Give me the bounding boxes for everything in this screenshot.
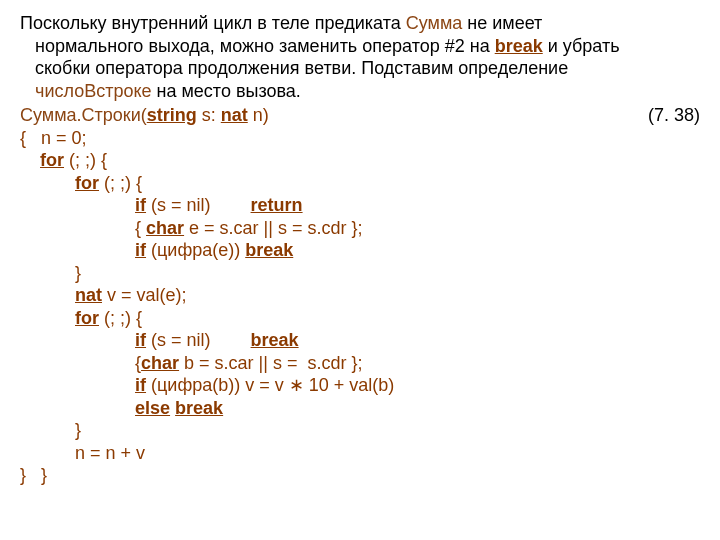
sig-t1: string <box>147 105 197 125</box>
intro-l3: скобки оператора продолжения ветви. Подс… <box>35 58 568 78</box>
sig-t2: nat <box>221 105 248 125</box>
c-l4p <box>20 195 135 215</box>
c-l2b: (; ;) { <box>64 150 107 170</box>
code-block: { n = 0; for (; ;) { for (; ;) { if (s =… <box>20 127 700 487</box>
c-l10p <box>20 330 135 350</box>
c-l3p <box>20 173 75 193</box>
intro-l1b: Сумма <box>406 13 463 33</box>
kw-nat: nat <box>75 285 102 305</box>
kw-if-2: if <box>135 240 146 260</box>
kw-else: else <box>135 398 170 418</box>
signature: Сумма.Строки(string s: nat n) <box>20 104 269 127</box>
kw-if-1: if <box>135 195 146 215</box>
kw-for-2: for <box>75 173 99 193</box>
intro-l4b: на место вызова. <box>152 81 301 101</box>
c-l6p <box>20 240 135 260</box>
kw-if-4: if <box>135 375 146 395</box>
intro-l2a: нормального выхода, можно заменить опера… <box>35 36 495 56</box>
intro-l2c: и убрать <box>543 36 620 56</box>
c-l11b: b = s.car || s = s.cdr }; <box>179 353 362 373</box>
intro-l2b: break <box>495 36 543 56</box>
intro-l4a: числоВстроке <box>35 81 152 101</box>
c-l2p <box>20 150 40 170</box>
c-l12p <box>20 375 135 395</box>
c-l5p: { <box>20 218 146 238</box>
c-l1: { n = 0; <box>20 128 87 148</box>
kw-char-2: char <box>141 353 179 373</box>
c-l12b: (цифра(b)) v = v ∗ 10 + val(b) <box>146 375 394 395</box>
intro-paragraph: Поскольку внутренний цикл в теле предика… <box>20 12 700 102</box>
c-l13p <box>20 398 135 418</box>
c-l7: } <box>20 263 81 283</box>
c-l5b: e = s.car || s = s.cdr }; <box>184 218 362 238</box>
c-l11p: { <box>20 353 141 373</box>
c-l3b: (; ;) { <box>99 173 142 193</box>
c-l8p <box>20 285 75 305</box>
c-l16: } } <box>20 465 47 485</box>
signature-row: Сумма.Строки(string s: nat n) (7. 38) <box>20 104 700 127</box>
kw-return: return <box>251 195 303 215</box>
sig-s2: n) <box>248 105 269 125</box>
kw-for-1: for <box>40 150 64 170</box>
c-l4b: (s = nil) <box>146 195 251 215</box>
c-l14: } <box>20 420 81 440</box>
equation-ref: (7. 38) <box>648 104 700 127</box>
sig-s1: s: <box>197 105 221 125</box>
c-l9b: (; ;) { <box>99 308 142 328</box>
intro-l1c: не имеет <box>462 13 542 33</box>
kw-break-2: break <box>251 330 299 350</box>
kw-if-3: if <box>135 330 146 350</box>
intro-l1a: Поскольку внутренний цикл в теле предика… <box>20 13 406 33</box>
c-l15: n = n + v <box>20 443 145 463</box>
kw-break-3: break <box>175 398 223 418</box>
c-l6b: (цифра(e)) <box>146 240 245 260</box>
c-l9p <box>20 308 75 328</box>
kw-char-1: char <box>146 218 184 238</box>
kw-break-1: break <box>245 240 293 260</box>
c-l8b: v = val(e); <box>102 285 187 305</box>
kw-for-3: for <box>75 308 99 328</box>
c-l10b: (s = nil) <box>146 330 251 350</box>
sig-name: Сумма.Строки( <box>20 105 147 125</box>
